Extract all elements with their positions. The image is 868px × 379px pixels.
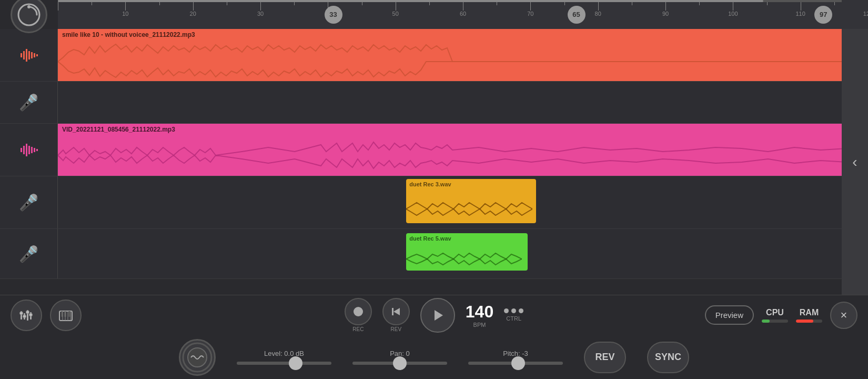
rev-control: REV [382,298,410,332]
pitch-label: Pitch: -3 [503,350,528,357]
mic-icon-yellow-2: 🎤 [19,193,38,212]
bottom-bar: REC REV [0,295,868,379]
svg-rect-10 [36,54,38,56]
svg-rect-13 [26,144,27,156]
play-control [420,298,455,333]
pitch-slider-group: Pitch: -3 [468,350,563,365]
clip-title: smile like 10 - without voicee_21112022.… [62,31,195,38]
dot [519,308,523,313]
bpm-display[interactable]: 140 BPM [466,302,493,328]
transport-right: Preview CPU RAM × [705,302,857,329]
mic-icon-yellow: 🎤 [19,93,38,112]
svg-rect-9 [34,53,35,57]
clip-title-pink: VID_20221121_085456_21112022.mp3 [62,126,175,133]
ram-label: RAM [800,308,819,317]
rec-button[interactable] [345,298,372,325]
rev-action-label: REV [595,352,614,363]
clip-yellow-title: duet Rec 3.wav [409,181,451,187]
level-slider-thumb[interactable] [289,356,302,370]
knob-body[interactable] [179,339,216,376]
pan-slider-group: Pan: 0 [352,350,447,365]
close-icon: × [841,308,847,322]
track-1-controls[interactable] [0,29,58,81]
pan-slider-track[interactable] [352,362,447,365]
sync-action-label: SYNC [655,352,681,363]
three-dots [504,308,523,313]
rev-button[interactable] [382,298,410,325]
cpu-bar [762,320,788,323]
svg-rect-4 [21,53,22,57]
piano-button[interactable] [50,300,82,331]
svg-rect-12 [23,146,25,154]
play-icon [430,307,446,323]
cpu-fill [762,320,770,323]
transport-row: REC REV [0,295,868,335]
track-5-content[interactable]: duet Rec 5.wav [58,229,868,278]
track-4-controls[interactable]: 🎤 [0,176,58,228]
pan-slider-thumb[interactable] [393,356,407,370]
waveform-svg-pink [58,137,847,174]
svg-rect-14 [28,146,30,154]
svg-point-1 [27,5,31,8]
dot [511,308,516,313]
marker-33[interactable]: 33 [325,6,342,24]
ctrl-control[interactable]: CTRL [504,308,523,322]
marker-65[interactable]: 65 [568,6,586,24]
scrollbar-thumb[interactable] [58,0,763,2]
track-5-controls[interactable]: 🎤 [0,229,58,278]
transport-center: REC REV [345,298,523,333]
track-1-content[interactable]: smile like 10 - without voicee_21112022.… [58,29,868,81]
rec-dot [354,307,363,316]
track-row: VID_20221121_085456_21112022.mp3 [0,124,868,176]
waveform-svg: // Will be rendered as polyline [58,42,847,81]
cpu-label: CPU [766,308,784,317]
ram-bar [796,320,822,323]
svg-rect-29 [68,311,70,317]
svg-rect-17 [36,149,38,151]
svg-rect-7 [28,51,30,59]
mixer-button[interactable] [11,300,42,331]
mixer-icon [19,308,34,323]
rec-label: REC [352,326,364,332]
track-2-content[interactable] [58,82,868,123]
collapse-arrow-icon: ‹ [852,154,857,171]
right-panel[interactable]: ‹ [842,29,868,295]
svg-rect-6 [26,49,27,62]
pitch-slider-thumb[interactable] [511,356,525,370]
app-icon[interactable] [0,0,58,29]
main-knob[interactable] [179,339,216,376]
marker-97[interactable]: 97 [814,6,832,24]
track-2-controls[interactable]: 🎤 [0,82,58,123]
svg-rect-16 [34,148,35,152]
svg-point-25 [29,313,33,316]
svg-rect-35 [392,308,393,315]
clip-yellow[interactable]: duet Rec 3.wav [406,179,536,223]
level-slider-group: Level: 0.0 dB [237,350,331,365]
piano-icon [58,308,73,323]
waveform-svg-green [406,250,522,268]
ctrl-label: CTRL [506,315,521,322]
bpm-value: 140 [466,302,493,322]
mic-icon-green: 🎤 [19,245,38,263]
svg-point-22 [20,312,23,315]
rev-action-button[interactable]: REV [584,342,626,373]
waveform-icon-pink [19,141,38,159]
scrollbar-top[interactable] [58,0,842,2]
pitch-slider-track[interactable] [468,362,563,365]
svg-point-38 [188,348,207,367]
preview-button[interactable]: Preview [705,305,754,325]
track-3-content[interactable]: VID_20221121_085456_21112022.mp3 [58,124,868,176]
track-4-content[interactable]: duet Rec 3.wav [58,176,868,228]
tracks-container: smile like 10 - without voicee_21112022.… [0,29,868,295]
sync-action-button[interactable]: SYNC [647,342,689,373]
timeline-ruler[interactable]: 102030405060708090100110120 33 65 97 [58,0,868,29]
close-button[interactable]: × [830,302,857,329]
track-3-controls[interactable] [0,124,58,176]
clip-orange[interactable]: smile like 10 - without voicee_21112022.… [58,29,868,81]
play-button[interactable] [420,298,455,333]
level-slider-track[interactable] [237,362,331,365]
clip-green[interactable]: duet Rec 5.wav [406,233,528,271]
track-row: 🎤 duet Rec 5.wav [0,229,868,279]
track-row: smile like 10 - without voicee_21112022.… [0,29,868,82]
clip-pink[interactable]: VID_20221121_085456_21112022.mp3 [58,124,868,176]
